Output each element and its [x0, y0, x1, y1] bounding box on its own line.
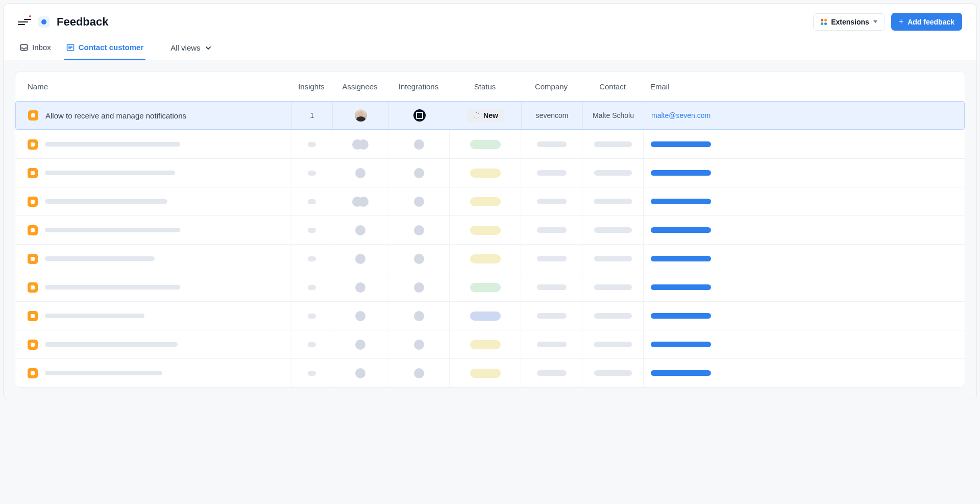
skeleton-icon [414, 340, 424, 350]
skeleton-text [537, 370, 567, 376]
table-row[interactable]: Allow to receive and manage notification… [15, 101, 965, 130]
skeleton-link [651, 141, 711, 147]
table-row[interactable] [15, 358, 965, 387]
table-header: Name Insights Assignees Integrations Sta… [15, 72, 965, 101]
table-row[interactable] [15, 244, 965, 273]
skeleton-text [594, 170, 632, 176]
row-email[interactable]: malte@seven.com [651, 111, 710, 119]
col-company[interactable]: Company [521, 82, 582, 91]
skeleton-text [308, 171, 316, 176]
skeleton-status [470, 283, 501, 292]
table-row[interactable] [15, 301, 965, 330]
col-name[interactable]: Name [15, 82, 291, 91]
skeleton-link [651, 313, 711, 319]
skeleton-text [594, 284, 632, 290]
col-integrations[interactable]: Integrations [388, 82, 449, 91]
skeleton-status [470, 369, 501, 378]
skeleton-text [308, 228, 316, 233]
skeleton-text [308, 342, 316, 347]
skeleton-text [594, 199, 632, 204]
skeleton-icon [414, 139, 424, 150]
all-views-label: All views [170, 43, 200, 52]
skeleton-text [45, 371, 162, 375]
chevron-down-icon [873, 20, 877, 23]
table-row[interactable] [15, 273, 965, 301]
skeleton-icon [414, 311, 424, 321]
row-contact: Malte Scholu [593, 111, 634, 119]
table-row[interactable] [15, 158, 965, 187]
notification-dot-icon [28, 14, 32, 18]
feedback-type-icon [28, 340, 38, 350]
status-badge[interactable]: New [467, 109, 504, 122]
extensions-button[interactable]: Extensions [813, 13, 885, 31]
skeleton-text [45, 256, 155, 261]
chevron-down-icon [205, 44, 212, 52]
col-insights[interactable]: Insights [291, 82, 332, 91]
skeleton-text [537, 199, 567, 204]
spinner-icon [473, 112, 479, 118]
integration-icon[interactable] [413, 109, 426, 122]
skeleton-text [45, 171, 175, 175]
feedback-type-icon [28, 311, 38, 321]
feedback-type-icon [28, 254, 38, 264]
skeleton-avatar [355, 311, 365, 321]
avatar[interactable] [355, 109, 367, 122]
row-name: Allow to receive and manage notification… [45, 111, 186, 120]
table-row[interactable] [15, 130, 965, 158]
skeleton-text [308, 256, 316, 261]
skeleton-text [45, 142, 180, 147]
skeleton-status [470, 254, 501, 263]
skeleton-icon [414, 197, 424, 207]
skeleton-text [308, 314, 316, 319]
skeleton-status [470, 169, 501, 178]
feedback-type-icon [28, 168, 38, 178]
add-feedback-label: Add feedback [908, 18, 954, 26]
plus-icon: + [899, 17, 903, 26]
skeleton-link [651, 227, 711, 233]
list-icon [66, 43, 75, 52]
col-assignees[interactable]: Assignees [332, 82, 388, 91]
inbox-icon [20, 43, 28, 52]
col-contact[interactable]: Contact [582, 82, 643, 91]
skeleton-text [308, 199, 316, 204]
skeleton-icon [414, 225, 424, 235]
feedback-table: Name Insights Assignees Integrations Sta… [15, 71, 965, 388]
skeleton-avatar [358, 197, 369, 207]
page-title: Feedback [57, 15, 109, 29]
table-row[interactable] [15, 187, 965, 215]
table-row[interactable] [15, 330, 965, 358]
col-status[interactable]: Status [449, 82, 521, 91]
col-email[interactable]: Email [643, 82, 965, 91]
menu-button[interactable] [18, 15, 31, 29]
all-views-dropdown[interactable]: All views [168, 38, 213, 59]
skeleton-text [537, 227, 567, 233]
skeleton-link [651, 256, 711, 261]
skeleton-text [537, 284, 567, 290]
feedback-type-icon [28, 368, 38, 378]
skeleton-link [651, 170, 711, 176]
skeleton-status [470, 311, 501, 321]
add-feedback-button[interactable]: + Add feedback [891, 13, 962, 31]
extensions-label: Extensions [831, 18, 869, 26]
tab-inbox-label: Inbox [32, 43, 51, 52]
tab-inbox[interactable]: Inbox [18, 38, 53, 60]
tab-contact-customer[interactable]: Contact customer [64, 38, 146, 60]
table-row[interactable] [15, 215, 965, 244]
skeleton-status [470, 197, 501, 206]
skeleton-status [470, 226, 501, 235]
skeleton-text [45, 342, 178, 347]
page-icon [38, 16, 50, 28]
skeleton-text [594, 370, 632, 376]
skeleton-avatar [355, 225, 365, 235]
skeleton-text [537, 256, 567, 261]
skeleton-text [537, 342, 567, 347]
skeleton-text [537, 313, 567, 319]
skeleton-text [594, 141, 632, 147]
row-company: sevencom [536, 111, 569, 119]
status-label: New [483, 111, 498, 119]
skeleton-status [470, 340, 501, 349]
skeleton-avatar [355, 368, 365, 378]
skeleton-text [45, 228, 180, 232]
skeleton-icon [414, 282, 424, 293]
skeleton-icon [414, 168, 424, 178]
